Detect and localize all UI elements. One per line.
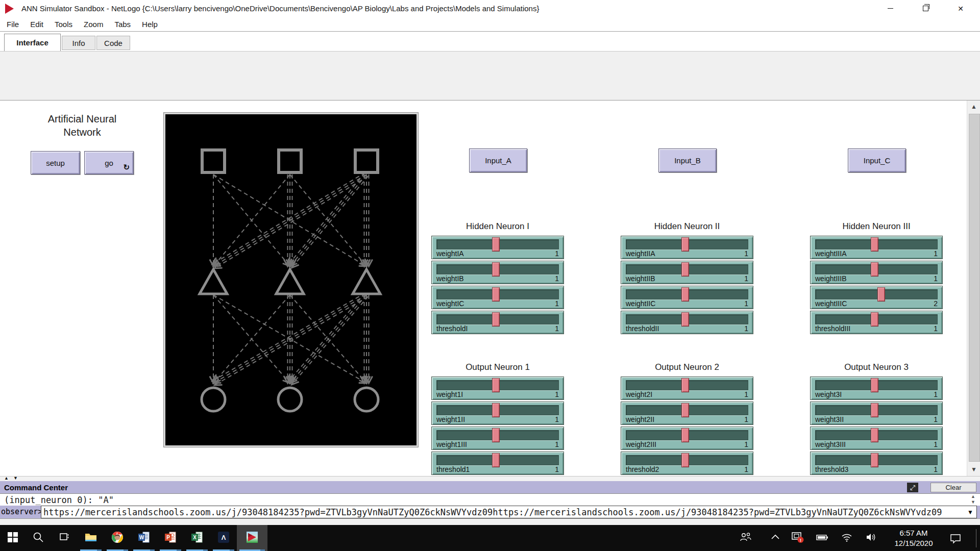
slider-handle[interactable] — [492, 312, 500, 327]
input-button-input_a[interactable]: Input_A — [469, 148, 527, 172]
taskbar-file-explorer-button[interactable] — [78, 525, 104, 551]
taskbar-search-button[interactable] — [26, 525, 51, 551]
slider-weight3II[interactable]: weight3II1 — [810, 402, 943, 425]
slider-weight2II[interactable]: weight2II1 — [621, 402, 753, 425]
input-button-input_c[interactable]: Input_C — [848, 148, 906, 172]
minimize-button[interactable] — [878, 0, 902, 17]
taskbar-start-button[interactable] — [0, 525, 26, 551]
tray-battery-button[interactable] — [814, 525, 831, 551]
slider-handle[interactable] — [492, 262, 500, 277]
slider-handle[interactable] — [871, 428, 878, 442]
slider-weight3I[interactable]: weight3I1 — [810, 377, 943, 400]
maximize-button[interactable] — [914, 0, 937, 17]
menu-file[interactable]: File — [1, 20, 24, 29]
slider-weightIIIC[interactable]: weightIIIC2 — [810, 286, 943, 309]
menu-edit[interactable]: Edit — [24, 20, 49, 29]
clear-button[interactable]: Clear — [930, 483, 976, 492]
slider-handle[interactable] — [681, 378, 689, 392]
taskbar-powerpoint-button[interactable]: P — [157, 525, 184, 551]
taskbar-task-view-button[interactable] — [51, 525, 78, 551]
slider-threshold1[interactable]: threshold11 — [431, 452, 564, 475]
command-center-splitter[interactable]: ▲ ▼ — [0, 476, 980, 481]
slider-weightIIIA[interactable]: weightIIIA1 — [810, 236, 943, 259]
slider-handle[interactable] — [681, 453, 689, 467]
tray-volume-button[interactable] — [863, 525, 880, 551]
slider-track[interactable] — [815, 289, 938, 299]
splitter-up-icon[interactable]: ▲ — [4, 475, 9, 481]
menu-tools[interactable]: Tools — [49, 20, 78, 29]
slider-handle[interactable] — [492, 287, 500, 302]
slider-handle[interactable] — [492, 237, 500, 252]
slider-thresholdI[interactable]: thresholdI1 — [431, 311, 564, 334]
slider-handle[interactable] — [681, 312, 689, 327]
taskbar-netlogo-button[interactable] — [237, 525, 267, 551]
slider-handle[interactable] — [871, 237, 878, 252]
command-center-expand-button[interactable]: ⤢ — [907, 483, 918, 492]
slider-handle[interactable] — [681, 262, 689, 277]
go-button[interactable]: go ↻ — [84, 151, 134, 174]
slider-thresholdIII[interactable]: thresholdIII1 — [810, 311, 943, 334]
slider-weight1I[interactable]: weight1I1 — [431, 377, 564, 400]
tray-chevron-up-button[interactable] — [767, 525, 784, 551]
taskbar-acrobat-button[interactable]: Λ — [210, 525, 237, 551]
slider-handle[interactable] — [492, 403, 500, 417]
input-button-input_b[interactable]: Input_B — [658, 148, 717, 172]
slider-weightIC[interactable]: weightIC1 — [431, 286, 564, 309]
slider-handle[interactable] — [871, 378, 878, 392]
slider-handle[interactable] — [492, 453, 500, 467]
slider-weight2I[interactable]: weight2I1 — [621, 377, 753, 400]
menu-tabs[interactable]: Tabs — [109, 20, 136, 29]
slider-handle[interactable] — [681, 287, 689, 302]
action-center-button[interactable] — [947, 525, 964, 551]
slider-weight3III[interactable]: weight3III1 — [810, 427, 943, 450]
slider-handle[interactable] — [871, 262, 878, 277]
output-scroll-down-icon[interactable]: ▼ — [971, 499, 975, 505]
close-button[interactable]: ✕ — [949, 0, 972, 17]
scroll-up-arrow[interactable]: ▲ — [967, 101, 980, 113]
splitter-down-icon[interactable]: ▼ — [13, 475, 18, 481]
excel-icon: X — [190, 531, 204, 546]
slider-handle[interactable] — [492, 428, 500, 442]
vertical-scrollbar[interactable]: ▲ ▼ — [967, 101, 980, 476]
slider-weight1II[interactable]: weight1II1 — [431, 402, 564, 425]
tray-people-button[interactable] — [737, 525, 754, 551]
slider-handle[interactable] — [681, 237, 689, 252]
tray-graphics-alert-button[interactable]: ! — [789, 525, 806, 551]
taskbar-chrome-button[interactable] — [104, 525, 131, 551]
slider-handle[interactable] — [681, 428, 689, 442]
tab-interface[interactable]: Interface — [4, 34, 61, 51]
slider-threshold3[interactable]: threshold31 — [810, 452, 943, 475]
slider-handle[interactable] — [871, 403, 878, 417]
slider-weightIB[interactable]: weightIB1 — [431, 261, 564, 284]
tray-wifi-button[interactable] — [838, 525, 855, 551]
slider-weightIIIB[interactable]: weightIIIB1 — [810, 261, 943, 284]
menu-zoom[interactable]: Zoom — [78, 20, 109, 29]
slider-threshold2[interactable]: threshold21 — [621, 452, 753, 475]
command-input-field[interactable]: https://mercerislandschools.zoom.us/j/93… — [41, 506, 977, 518]
slider-handle[interactable] — [871, 453, 878, 467]
slider-handle[interactable] — [877, 287, 885, 302]
slider-weight2III[interactable]: weight2III1 — [621, 427, 753, 450]
slider-weightIIC[interactable]: weightIIC1 — [621, 286, 753, 309]
slider-weightIA[interactable]: weightIA1 — [431, 236, 564, 259]
slider-weightIIB[interactable]: weightIIB1 — [621, 261, 753, 284]
slider-weight1III[interactable]: weight1III1 — [431, 427, 564, 450]
tab-info[interactable]: Info — [62, 36, 95, 50]
scroll-down-arrow[interactable]: ▼ — [967, 463, 980, 475]
output-scroll-up-icon[interactable]: ▲ — [971, 494, 975, 499]
taskbar-excel-button[interactable]: X — [184, 525, 210, 551]
scrollbar-thumb[interactable] — [969, 114, 980, 462]
slider-thresholdII[interactable]: thresholdII1 — [621, 311, 753, 334]
menu-help[interactable]: Help — [136, 20, 163, 29]
taskbar-word-button[interactable]: W — [131, 525, 157, 551]
slider-handle[interactable] — [871, 312, 878, 327]
slider-handle[interactable] — [492, 378, 500, 392]
taskbar-clock[interactable]: 6:57 AM 12/15/2020 — [886, 525, 942, 551]
input-button-input_b-label: Input_B — [674, 156, 701, 165]
slider-handle[interactable] — [681, 403, 689, 417]
command-history-dropdown[interactable]: ▼ — [965, 507, 976, 517]
show-desktop-button[interactable] — [976, 529, 976, 547]
slider-weightIIA[interactable]: weightIIA1 — [621, 236, 753, 259]
tab-code[interactable]: Code — [96, 36, 130, 50]
setup-button[interactable]: setup — [31, 151, 80, 174]
